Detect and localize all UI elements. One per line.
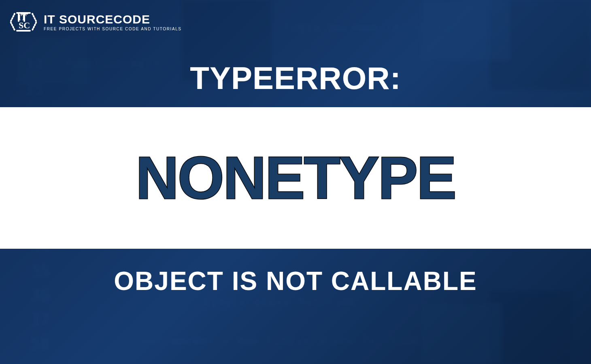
logo-subtitle: FREE PROJECTS WITH SOURCE CODE AND TUTOR… <box>44 27 182 31</box>
main-text: NONETYPE <box>136 144 455 212</box>
logo-icon: SC IT <box>9 7 38 36</box>
logo-text: IT SOURCECODE FREE PROJECTS WITH SOURCE … <box>44 13 182 31</box>
white-banner: NONETYPE <box>0 107 591 249</box>
svg-text:IT: IT <box>18 13 27 22</box>
logo-section: SC IT IT SOURCECODE FREE PROJECTS WITH S… <box>9 7 182 36</box>
logo-title: IT SOURCECODE <box>44 13 182 26</box>
heading-bottom: OBJECT IS NOT CALLABLE <box>0 266 591 296</box>
content-container: SC IT IT SOURCECODE FREE PROJECTS WITH S… <box>0 0 591 364</box>
heading-top: TYPEERROR: <box>0 60 591 97</box>
